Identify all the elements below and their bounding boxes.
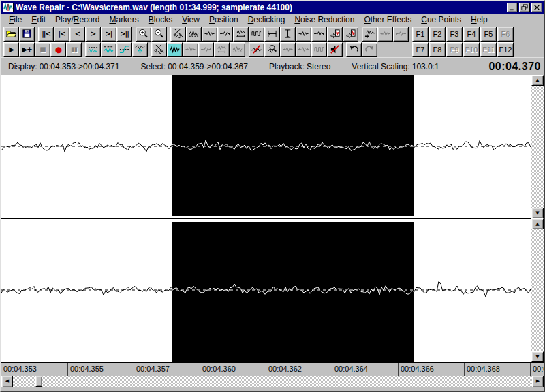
ch2-scroll-up-button[interactable]: ▲	[531, 218, 544, 229]
redo-button[interactable]	[362, 42, 377, 57]
menu-play-record[interactable]: Play/Record	[50, 14, 104, 25]
f8-button[interactable]: F8	[429, 42, 446, 57]
expand-display-button[interactable]	[217, 27, 233, 42]
f10-button[interactable]: F10	[463, 42, 480, 57]
vertical-scrollbars: ▲ ▼ ▲ ▼	[531, 75, 544, 362]
menu-noise-reduction[interactable]: Noise Reduction	[290, 14, 359, 25]
repair-a-button[interactable]	[280, 42, 296, 57]
hscroll-thumb[interactable]	[35, 376, 42, 387]
f5-button[interactable]: F5	[480, 27, 497, 42]
contract-selection-button[interactable]	[296, 27, 311, 42]
zero-line-view-button[interactable]	[85, 42, 101, 57]
span-width-button[interactable]	[264, 27, 280, 42]
hscroll-left-button[interactable]: ◀	[1, 376, 13, 387]
hscroll-track[interactable]	[13, 376, 532, 387]
menu-declicking[interactable]: Declicking	[243, 14, 290, 25]
menu-markers[interactable]: Markers	[104, 14, 143, 25]
ch1-scroll-down-button[interactable]: ▼	[531, 208, 544, 218]
wave-cyan-icon	[170, 44, 180, 54]
folder-icon	[6, 29, 16, 39]
view-whole-file-button[interactable]	[186, 27, 202, 42]
pan-display-button[interactable]	[233, 27, 249, 42]
display-label: Display:	[8, 62, 37, 71]
close-icon	[533, 4, 540, 11]
mute-button[interactable]	[327, 42, 343, 57]
zoom-out-button[interactable]	[151, 27, 167, 42]
repair-c-button[interactable]	[311, 42, 327, 57]
stereo-view-toggle[interactable]	[167, 42, 183, 57]
hscroll-right-button[interactable]: ▶	[532, 376, 544, 387]
fade-view-button[interactable]	[116, 42, 132, 57]
ch1-vscroll-track[interactable]	[531, 86, 544, 208]
goto-end-button[interactable]: >||	[116, 27, 132, 42]
play-selection-button[interactable]: ▶+	[19, 42, 35, 57]
up-arrow-icon: ▲	[535, 78, 539, 83]
page-right-button[interactable]: >|	[101, 27, 116, 42]
f9-button[interactable]: F9	[446, 42, 463, 57]
select-value: 00:04.359->00:04.367	[168, 62, 248, 71]
f7-button[interactable]: F7	[412, 42, 429, 57]
cut-selection-button[interactable]	[151, 42, 167, 57]
goto-start-button[interactable]: ||<	[38, 27, 54, 42]
sample-display-button[interactable]	[249, 27, 264, 42]
open-file-button[interactable]	[3, 27, 19, 42]
play-button[interactable]: ▶	[3, 42, 19, 57]
merge-blocks-button[interactable]	[230, 42, 245, 57]
undo-icon	[349, 44, 359, 54]
menu-cue-points[interactable]: Cue Points	[416, 14, 466, 25]
f3-button[interactable]: F3	[446, 27, 463, 42]
zoom-in-button[interactable]	[136, 27, 151, 42]
record-icon: ●	[55, 46, 61, 54]
down-arrow-icon: ▼	[535, 355, 539, 359]
f6-button[interactable]: F6	[497, 27, 514, 42]
ch2-scroll-down-button[interactable]: ▼	[531, 351, 544, 362]
minimize-button[interactable]	[507, 3, 518, 12]
restore-button[interactable]	[519, 3, 530, 12]
repair-b-button[interactable]	[296, 42, 311, 57]
pause-button[interactable]: ▮▮	[66, 42, 82, 57]
menu-blocks[interactable]: Blocks	[144, 14, 177, 25]
f11-button[interactable]: F11	[480, 42, 497, 57]
square-wave-icon	[314, 44, 324, 54]
copy-block-button[interactable]	[327, 27, 343, 42]
vertical-scale-button[interactable]	[280, 27, 296, 42]
save-file-button[interactable]	[19, 27, 35, 42]
menu-position[interactable]: Position	[204, 14, 243, 25]
scissors-wave-icon	[154, 44, 164, 54]
page-left-button[interactable]: |<	[54, 27, 69, 42]
shrink-display-button[interactable]	[202, 27, 217, 42]
waveform-display[interactable]	[1, 75, 531, 362]
f2-button[interactable]: F2	[429, 27, 446, 42]
f12-button[interactable]: F12	[497, 42, 514, 57]
f4-button[interactable]: F4	[463, 27, 480, 42]
menu-help[interactable]: Help	[466, 14, 493, 25]
app-icon	[3, 3, 14, 12]
paste-block-button[interactable]	[343, 27, 358, 42]
next-marker-button[interactable]	[393, 27, 409, 42]
channel-fit-button[interactable]	[101, 42, 116, 57]
menu-view[interactable]: View	[177, 14, 204, 25]
add-marker-button[interactable]	[362, 27, 377, 42]
f1-button[interactable]: F1	[412, 27, 429, 42]
close-button[interactable]	[531, 3, 542, 12]
move-selection-button[interactable]	[198, 42, 214, 57]
copy-selection-button[interactable]	[183, 42, 198, 57]
ch2-vscroll-track[interactable]	[531, 229, 544, 351]
undo-button[interactable]	[346, 42, 362, 57]
menu-file[interactable]: File	[4, 14, 27, 25]
prev-marker-button[interactable]	[377, 27, 393, 42]
wave-in-icon	[298, 29, 309, 39]
expand-selection-button[interactable]	[311, 27, 327, 42]
stop-button[interactable]: ■	[35, 42, 50, 57]
scroll-left-button[interactable]: <	[69, 27, 85, 42]
menu-edit[interactable]: Edit	[27, 14, 50, 25]
ch1-scroll-up-button[interactable]: ▲	[531, 75, 544, 86]
record-button[interactable]: ●	[50, 42, 66, 57]
boost-view-button[interactable]	[132, 42, 148, 57]
inspect-wave-button[interactable]	[264, 42, 280, 57]
zoom-selection-button[interactable]	[170, 27, 186, 42]
scroll-right-button[interactable]: >	[85, 27, 101, 42]
delete-marker-button[interactable]	[249, 42, 264, 57]
swap-channels-button[interactable]	[214, 42, 230, 57]
menu-other-effects[interactable]: Other Effects	[359, 14, 416, 25]
